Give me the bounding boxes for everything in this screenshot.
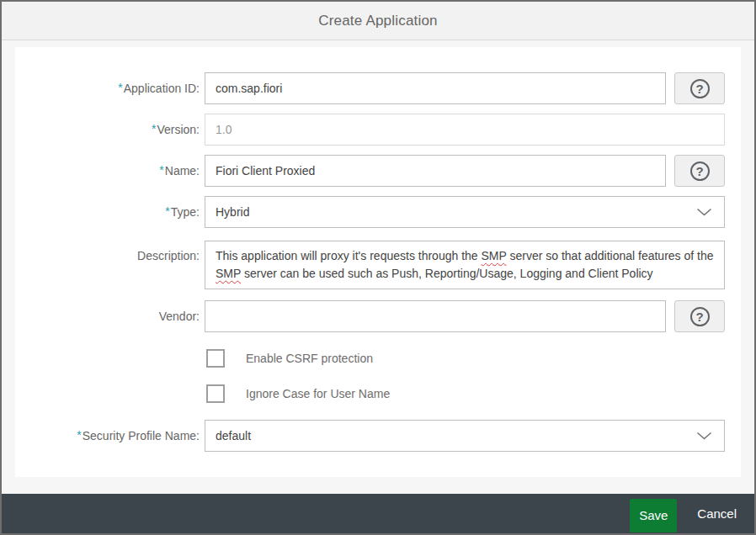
row-name: *Name: ? xyxy=(15,155,725,187)
security-profile-select[interactable]: default xyxy=(205,420,725,452)
save-button[interactable]: Save xyxy=(630,499,677,532)
row-type: *Type: Hybrid xyxy=(15,196,725,228)
description-text: server can be used such as Push, Reporti… xyxy=(241,267,653,280)
row-csrf: Enable CSRF protection xyxy=(15,349,725,368)
type-label-text: Type: xyxy=(171,205,200,219)
csrf-checkbox[interactable] xyxy=(206,349,225,368)
version-label-text: Version: xyxy=(157,123,200,136)
application-id-help-button[interactable]: ? xyxy=(674,72,725,104)
type-selected-value: Hybrid xyxy=(216,205,696,219)
version-input xyxy=(205,114,725,146)
application-id-label-text: Application ID: xyxy=(124,82,200,95)
dialog-footer: Save Cancel xyxy=(2,494,754,533)
vendor-input[interactable] xyxy=(205,300,666,332)
row-ignore-case: Ignore Case for User Name xyxy=(15,384,725,403)
row-vendor: Vendor: ? xyxy=(15,300,725,332)
vendor-label-text: Vendor: xyxy=(159,310,200,323)
row-version: *Version: xyxy=(15,114,725,146)
required-asterisk: * xyxy=(159,163,163,177)
security-profile-label-text: Security Profile Name: xyxy=(83,429,200,442)
chevron-down-icon xyxy=(696,432,712,441)
row-security-profile: *Security Profile Name: default xyxy=(15,420,725,452)
dialog-title: Create Application xyxy=(318,13,438,29)
cancel-button[interactable]: Cancel xyxy=(697,506,737,521)
help-icon: ? xyxy=(690,307,710,326)
description-text: This application will proxy it's request… xyxy=(216,249,482,262)
description-text-misspelled: SMP xyxy=(482,249,507,262)
description-label-text: Description: xyxy=(137,249,200,262)
vendor-label: Vendor: xyxy=(15,310,205,323)
required-asterisk: * xyxy=(118,81,122,94)
row-application-id: *Application ID: ? xyxy=(15,72,725,104)
dialog-header: Create Application xyxy=(2,2,754,40)
help-icon: ? xyxy=(690,162,710,181)
vendor-help-button[interactable]: ? xyxy=(674,300,725,332)
application-id-label: *Application ID: xyxy=(15,82,205,95)
required-asterisk: * xyxy=(152,122,156,135)
csrf-checkbox-label: Enable CSRF protection xyxy=(246,352,373,365)
description-field-wrap: This application will proxy it's request… xyxy=(205,241,725,289)
vendor-field-wrap xyxy=(205,300,666,332)
application-id-input[interactable] xyxy=(205,72,666,104)
row-description: Description: This application will proxy… xyxy=(15,241,725,289)
description-text: server so that additional features of th… xyxy=(507,249,714,262)
security-profile-field-wrap: default xyxy=(205,420,725,452)
name-field-wrap xyxy=(205,155,666,187)
name-input[interactable] xyxy=(205,155,666,187)
help-icon: ? xyxy=(690,79,710,98)
type-field-wrap: Hybrid xyxy=(205,196,725,228)
security-profile-label: *Security Profile Name: xyxy=(15,429,205,442)
description-text-misspelled: SMP xyxy=(216,267,241,280)
ignore-case-checkbox[interactable] xyxy=(206,384,225,403)
version-field-wrap xyxy=(205,114,725,146)
required-asterisk: * xyxy=(77,428,81,442)
dialog-body: *Application ID: ? *Version: *Name: ? xyxy=(2,40,754,494)
required-asterisk: * xyxy=(165,204,169,218)
type-label: *Type: xyxy=(15,205,205,219)
application-id-field-wrap xyxy=(205,72,666,104)
ignore-case-checkbox-label: Ignore Case for User Name xyxy=(246,387,390,400)
form-panel: *Application ID: ? *Version: *Name: ? xyxy=(15,47,741,477)
description-textarea[interactable]: This application will proxy it's request… xyxy=(205,241,725,289)
description-label: Description: xyxy=(15,241,205,262)
chevron-down-icon xyxy=(696,208,712,217)
security-profile-selected-value: default xyxy=(216,429,696,442)
name-label-text: Name: xyxy=(165,164,200,177)
name-help-button[interactable]: ? xyxy=(674,155,725,187)
version-label: *Version: xyxy=(15,123,205,136)
name-label: *Name: xyxy=(15,164,205,177)
type-select[interactable]: Hybrid xyxy=(205,196,725,228)
